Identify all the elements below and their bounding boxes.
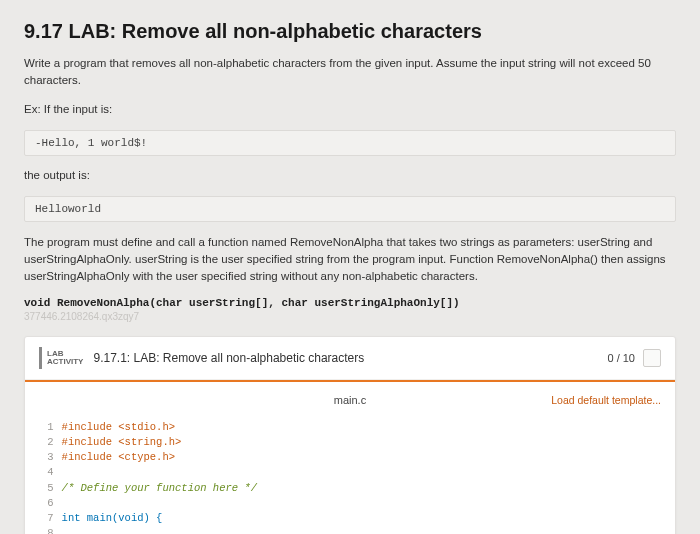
input-example-box: -Hello, 1 world$! bbox=[24, 130, 676, 156]
activity-title: 9.17.1: LAB: Remove all non-alphabetic c… bbox=[93, 351, 607, 365]
code-line: #include <ctype.h> bbox=[62, 451, 175, 463]
output-example-box: Helloworld bbox=[24, 196, 676, 222]
score-text: 0 / 10 bbox=[607, 352, 635, 364]
file-tab[interactable]: main.c bbox=[246, 390, 453, 410]
code-line: /* Define your function here */ bbox=[62, 482, 257, 494]
activity-card: LAB ACTIVITY 9.17.1: LAB: Remove all non… bbox=[24, 336, 676, 534]
program-desc: The program must define and call a funct… bbox=[24, 234, 676, 286]
activity-header: LAB ACTIVITY 9.17.1: LAB: Remove all non… bbox=[25, 337, 675, 380]
score-box-icon bbox=[643, 349, 661, 367]
page-title: 9.17 LAB: Remove all non-alphabetic char… bbox=[24, 20, 676, 43]
load-default-template-link[interactable]: Load default template... bbox=[551, 394, 661, 406]
ex-if-input: Ex: If the input is: bbox=[24, 101, 676, 118]
faint-id: 377446.2108264.qx3zqy7 bbox=[24, 311, 676, 322]
code-line: int main(void) { bbox=[62, 512, 163, 524]
output-is: the output is: bbox=[24, 167, 676, 184]
code-line: #include <stdio.h> bbox=[62, 421, 175, 433]
line-gutter: 12345678910111213 bbox=[25, 420, 62, 534]
intro-text: Write a program that removes all non-alp… bbox=[24, 55, 676, 90]
file-row: main.c Load default template... bbox=[25, 382, 675, 414]
lab-badge-line2: ACTIVITY bbox=[47, 358, 83, 366]
lab-badge: LAB ACTIVITY bbox=[39, 347, 83, 369]
code-editor[interactable]: 12345678910111213 #include <stdio.h> #in… bbox=[25, 414, 675, 534]
code-line: #include <string.h> bbox=[62, 436, 182, 448]
function-declaration: void RemoveNonAlpha(char userString[], c… bbox=[24, 297, 676, 309]
code-content[interactable]: #include <stdio.h> #include <string.h> #… bbox=[62, 420, 257, 534]
